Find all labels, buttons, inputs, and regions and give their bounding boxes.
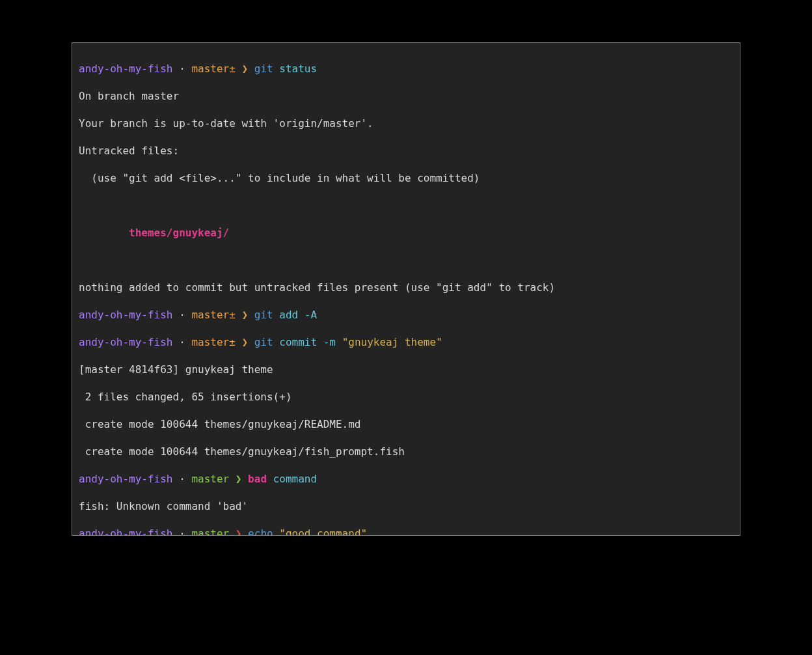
terminal-line: ​ — [79, 253, 733, 267]
output-text: create mode 100644 themes/gnuykeaj/READM… — [79, 418, 360, 430]
cmd-part: git — [254, 309, 273, 321]
terminal-line: Untracked files: — [79, 144, 733, 158]
cmd-part: -m — [317, 336, 336, 348]
cmd-part: git — [254, 336, 273, 348]
terminal-line: andy-oh-my-fish · master± ❯ git status — [79, 62, 733, 76]
prompt-sep: · — [173, 309, 192, 321]
terminal-line: 2 files changed, 65 insertions(+) — [79, 390, 733, 404]
cmd-part: add -A — [273, 309, 317, 321]
terminal-line: On branch master — [79, 89, 733, 103]
prompt-sep: · — [173, 336, 192, 348]
terminal-line: Your branch is up-to-date with 'origin/m… — [79, 117, 733, 130]
output-text: create mode 100644 themes/gnuykeaj/fish_… — [79, 445, 405, 458]
cmd-string: "good command" — [279, 527, 367, 536]
cmd-part: status — [273, 63, 317, 75]
output-text: nothing added to commit but untracked fi… — [79, 281, 555, 294]
prompt-cwd: andy-oh-my-fish — [79, 63, 173, 75]
prompt-chevron: ❯ — [236, 309, 254, 321]
cmd-part: commit — [273, 336, 317, 348]
cmd-bad: bad — [248, 473, 267, 485]
terminal-line: nothing added to commit but untracked fi… — [79, 281, 733, 294]
cmd-space — [336, 336, 342, 348]
terminal-line: (use "git add <file>..." to include in w… — [79, 171, 733, 185]
terminal-line: ​ — [79, 199, 733, 212]
untracked-path: themes/gnuykeaj/ — [129, 227, 229, 239]
output-text: 2 files changed, 65 insertions(+) — [79, 391, 292, 403]
output-text: Untracked files: — [79, 145, 179, 157]
prompt-branch: master± — [191, 309, 235, 321]
prompt-chevron: ❯ — [236, 63, 254, 75]
terminal-line: andy-oh-my-fish · master± ❯ git add -A — [79, 308, 733, 322]
prompt-branch: master — [191, 527, 229, 536]
prompt-branch: master± — [191, 336, 235, 348]
prompt-chevron-error: ❯ — [229, 527, 248, 536]
prompt-branch: master± — [191, 63, 235, 75]
prompt-sep: · — [173, 473, 192, 485]
prompt-sep: · — [173, 527, 192, 536]
terminal-line: fish: Unknown command 'bad' — [79, 499, 733, 513]
terminal-line: create mode 100644 themes/gnuykeaj/READM… — [79, 417, 733, 431]
prompt-chevron: ❯ — [229, 473, 248, 485]
cmd-space — [273, 527, 280, 536]
terminal-line: andy-oh-my-fish · master± ❯ git commit -… — [79, 335, 733, 349]
terminal-line: andy-oh-my-fish · master ❯ bad command — [79, 472, 733, 486]
terminal-line: andy-oh-my-fish · master ❯ echo "good co… — [79, 527, 733, 536]
prompt-cwd: andy-oh-my-fish — [79, 527, 173, 536]
output-text: On branch master — [79, 90, 179, 102]
prompt-cwd: andy-oh-my-fish — [79, 473, 173, 485]
prompt-chevron: ❯ — [236, 336, 254, 348]
terminal-line: [master 4814f63] gnuykeaj theme — [79, 363, 733, 376]
cmd-part: git — [254, 63, 273, 75]
cmd-part: echo — [248, 527, 273, 536]
output-text: Your branch is up-to-date with 'origin/m… — [79, 117, 373, 130]
output-text: [master 4814f63] gnuykeaj theme — [79, 363, 273, 376]
cmd-part: command — [267, 473, 317, 485]
terminal-line: create mode 100644 themes/gnuykeaj/fish_… — [79, 445, 733, 458]
prompt-cwd: andy-oh-my-fish — [79, 336, 173, 348]
output-text: fish: Unknown command 'bad' — [79, 500, 248, 512]
output-text: (use "git add <file>..." to include in w… — [79, 172, 480, 184]
output-indent — [79, 227, 129, 239]
prompt-cwd: andy-oh-my-fish — [79, 309, 173, 321]
prompt-branch: master — [191, 473, 229, 485]
prompt-sep: · — [173, 63, 192, 75]
terminal-line: themes/gnuykeaj/ — [79, 226, 733, 240]
terminal-window[interactable]: andy-oh-my-fish · master± ❯ git status O… — [72, 42, 740, 536]
cmd-string: "gnuykeaj theme" — [342, 336, 442, 348]
